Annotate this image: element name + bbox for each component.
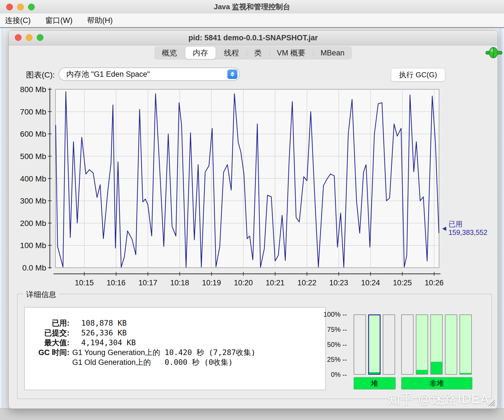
svg-text:700 Mb: 700 Mb [20,108,46,116]
annotation-value: 159,383,552 [449,228,487,237]
menu-item-0[interactable]: 连接(C) [5,15,31,25]
tab-MBean[interactable]: MBean [313,47,352,59]
svg-text:10:17: 10:17 [138,279,157,287]
tab-divider [269,50,270,57]
minimize-button-outer[interactable] [17,4,24,10]
menu-item-1[interactable]: 窗口(W) [45,15,72,25]
detail-row-2: 最大值:4,194,304 KB [25,338,325,347]
memory-chart: 800 Mb700 Mb600 Mb500 Mb400 Mb300 Mb200 … [14,84,451,294]
percent-label: 25% -- [311,356,347,363]
zoom-button-outer[interactable] [28,4,35,10]
svg-text:10:22: 10:22 [297,279,316,287]
tab-线程[interactable]: 线程 [216,47,247,59]
detail-value: 108,878 KB [81,319,127,327]
committed-fill [369,315,380,374]
percent-label: 100% -- [311,311,347,318]
svg-text:10:21: 10:21 [266,279,285,287]
detail-generation: G1 Old Generation上的 [72,357,165,367]
tab-概览[interactable]: 概览 [154,47,185,59]
menu-item-2[interactable]: 帮助(H) [87,15,113,25]
tab-类[interactable]: 类 [247,47,269,59]
svg-text:400 Mb: 400 Mb [20,174,46,183]
detail-label: GC 时间: [25,347,69,358]
close-button-inner[interactable] [15,34,22,41]
detail-value: 10.420 秒 (7,287收集) [165,347,256,358]
details-group-title: 详细信息 [23,290,59,300]
tab-bar: 概览内存线程类VM 概要MBean [9,46,498,61]
svg-text:10:23: 10:23 [329,279,348,287]
svg-text:10:15: 10:15 [75,279,94,287]
svg-text:10:16: 10:16 [107,279,126,287]
svg-text:10:25: 10:25 [393,279,412,287]
close-button-outer[interactable] [6,4,13,10]
used-fill [416,370,428,374]
tab-segmented-control: 概览内存线程类VM 概要MBean [154,46,352,60]
window-edge-bottom [0,408,504,420]
committed-fill [416,315,428,374]
nonheap-bar-0[interactable] [401,314,414,375]
app-title: Java 监视和管理控制台 [0,0,504,13]
connection-window: pid: 5841 demo-0.0.1-SNAPSHOT.jar 概览内存线程… [8,30,498,409]
chart-select-label: 图表(C): [26,70,55,80]
committed-fill [460,315,471,374]
chevron-up-down-icon [227,69,237,79]
svg-text:10:24: 10:24 [361,279,380,287]
perform-gc-button[interactable]: 执行 GC(G) [391,68,445,81]
detail-value: 4,194,304 KB [81,338,136,347]
zoom-button-inner[interactable] [37,34,43,41]
nonheap-button[interactable]: 非堆 [401,377,472,389]
committed-fill [445,315,457,374]
svg-text:600 Mb: 600 Mb [20,130,46,138]
used-fill [460,373,471,374]
detail-generation: G1 Young Generation上的 [72,347,165,358]
heap-bar-2[interactable] [383,314,395,375]
details-panel: 已用:108,878 KB已提交:526,336 KB最大值:4,194,304… [24,307,326,390]
svg-text:800 Mb: 800 Mb [20,85,46,94]
svg-text:0.0 Mb: 0.0 Mb [22,263,46,272]
resize-grip[interactable] [486,398,495,407]
percent-label: 50% -- [311,341,347,349]
percent-label: 75% -- [311,326,347,333]
detail-row-1: 已提交:526,336 KB [25,328,325,338]
detail-value: 526,336 KB [81,328,127,337]
tab-VM 概要[interactable]: VM 概要 [269,47,313,59]
svg-text:500 Mb: 500 Mb [20,152,46,161]
svg-text:10:26: 10:26 [425,279,444,287]
connection-titlebar: pid: 5841 demo-0.0.1-SNAPSHOT.jar [9,31,498,45]
chart-select[interactable]: 内存池 "G1 Eden Space" [59,67,240,81]
detail-label: 已提交: [25,328,69,338]
svg-text:200 Mb: 200 Mb [20,219,46,228]
connection-status-icon [485,47,503,59]
desktop: Java 监视和管理控制台 连接(C)窗口(W)帮助(H) pid: 5841 … [0,0,504,420]
connection-title: pid: 5841 demo-0.0.1-SNAPSHOT.jar [9,31,498,45]
svg-text:10:19: 10:19 [202,279,221,287]
tab-divider [313,50,313,57]
nonheap-bar-1[interactable] [416,314,428,375]
nonheap-bar-2[interactable] [430,314,443,375]
nonheap-bar-4[interactable] [459,314,472,375]
detail-row-4: G1 Old Generation上的0.000 秒 (0收集) [25,357,325,367]
minimize-button-inner[interactable] [26,34,32,41]
detail-row-3: GC 时间:G1 Young Generation上的10.420 秒 (7,2… [25,347,325,357]
used-fill [431,362,442,374]
detail-row-0: 已用:108,878 KB [25,318,325,328]
svg-text:10:18: 10:18 [170,279,189,287]
heap-button[interactable]: 堆 [354,377,396,389]
detail-label: 已用: [25,318,69,328]
used-fill [369,372,380,374]
current-value-annotation: ◀ 已用 159,383,552 [442,220,487,237]
detail-label: 最大值: [25,338,69,348]
svg-text:300 Mb: 300 Mb [20,197,46,205]
app-titlebar: Java 监视和管理控制台 [0,0,504,14]
memory-chart-svg: 800 Mb700 Mb600 Mb500 Mb400 Mb300 Mb200 … [14,84,451,294]
window-edge-right [497,28,504,409]
annotation-label: 已用 [449,220,487,228]
nonheap-bar-3[interactable] [445,314,457,375]
chart-select-value: 内存池 "G1 Eden Space" [66,69,150,79]
tab-divider [247,50,247,57]
heap-bar-1[interactable] [368,314,381,375]
detail-value: 0.000 秒 (0收集) [165,357,233,367]
left-arrow-icon: ◀ [442,225,446,232]
tab-内存[interactable]: 内存 [185,47,216,59]
heap-bar-0[interactable] [354,314,366,375]
